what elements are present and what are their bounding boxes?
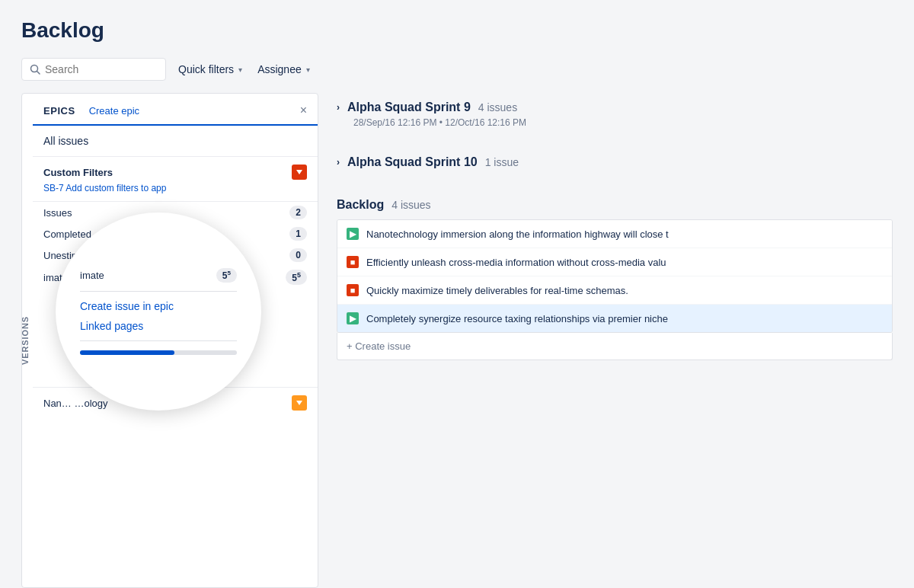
sprint-9-dates: 28/Sep/16 12:16 PM • 12/Oct/16 12:16 PM [337,117,893,134]
create-issue-button[interactable]: + Create issue [337,333,893,360]
progress-bar [80,350,237,355]
epic-context-menu: imate 55 Create issue in epic Linked pag… [56,213,261,411]
sprint-10-header[interactable]: › Alpha Squad Sprint 10 1 issue [337,148,893,172]
sidebar-header: EPICS Create epic × [33,94,318,126]
right-panel: › Alpha Squad Sprint 9 4 issues 28/Sep/1… [318,93,893,588]
create-epic-link[interactable]: Create epic [89,105,139,117]
custom-filters-epic: Custom Filters SB-7 Add custom filters t… [33,157,318,202]
popup-divider-2 [80,340,237,341]
quick-filters-button[interactable]: Quick filters ▾ [175,59,245,80]
backlog-count: 4 issues [391,199,430,211]
assignee-button[interactable]: Assignee ▾ [254,59,313,80]
backlog-section: Backlog 4 issues ▶ Nanotechnology immers… [337,192,893,360]
custom-filters-tag[interactable]: SB-7 Add custom filters to app [43,183,307,193]
search-input[interactable] [45,63,158,75]
sprint-10-count: 1 issue [485,156,519,168]
sprint-9-header[interactable]: › Alpha Squad Sprint 9 4 issues [337,93,893,117]
search-box[interactable] [21,58,166,81]
custom-filters-badge [292,165,307,180]
main-content: VERSIONS EPICS Create epic × All issues … [21,93,893,588]
issue-type-icon: ■ [347,256,359,268]
versions-tab: VERSIONS [21,316,30,365]
issue-text: Quickly maximize timely deliverables for… [366,285,883,296]
issue-text: Nanotechnology immersion along the infor… [366,228,883,240]
search-icon [30,64,40,75]
sprint-10-section: › Alpha Squad Sprint 10 1 issue [337,148,893,172]
sprint-9-name: Alpha Squad Sprint 9 [347,101,471,114]
issue-type-icon: ▶ [347,312,359,324]
custom-filters-title: Custom Filters [43,167,113,178]
issue-row[interactable]: ▶ Nanotechnology immersion along the inf… [337,220,892,248]
issue-text: Efficiently unleash cross-media informat… [366,257,883,268]
issue-row[interactable]: ■ Quickly maximize timely deliverables f… [337,276,892,305]
nano-badge [292,395,307,411]
sidebar: VERSIONS EPICS Create epic × All issues … [21,93,318,588]
quick-filters-chevron-icon: ▾ [238,66,242,74]
issues-list: ▶ Nanotechnology immersion along the inf… [337,219,893,333]
page-title: Backlog [21,18,893,43]
sprint-9-count: 4 issues [478,101,517,113]
close-sidebar-button[interactable]: × [300,104,307,117]
sprint-10-chevron-icon: › [337,157,340,168]
popup-divider [80,291,237,292]
issue-type-icon: ■ [347,284,359,296]
sprint-10-name: Alpha Squad Sprint 10 [347,155,478,169]
linked-pages-link[interactable]: Linked pages [80,316,143,336]
sprint-9-chevron-icon: › [337,102,340,113]
toolbar: Quick filters ▾ Assignee ▾ [21,58,893,81]
popup-estimate-row: imate 55 [80,264,237,286]
issue-row[interactable]: ■ Efficiently unleash cross-media inform… [337,248,892,276]
issue-row[interactable]: ▶ Completely synergize resource taxing r… [337,305,892,332]
issue-text: Completely synergize resource taxing rel… [366,313,883,324]
svg-line-1 [37,72,40,75]
sprint-9-section: › Alpha Squad Sprint 9 4 issues 28/Sep/1… [337,93,893,134]
create-issue-in-epic-link[interactable]: Create issue in epic [80,296,174,316]
backlog-header: Backlog 4 issues [337,192,893,219]
svg-marker-2 [296,170,302,174]
assignee-chevron-icon: ▾ [306,66,310,74]
issue-type-icon: ▶ [347,228,359,240]
epics-label: EPICS [43,105,75,117]
svg-marker-3 [296,401,302,405]
all-issues-item[interactable]: All issues [33,126,318,157]
progress-bar-fill [80,350,174,355]
